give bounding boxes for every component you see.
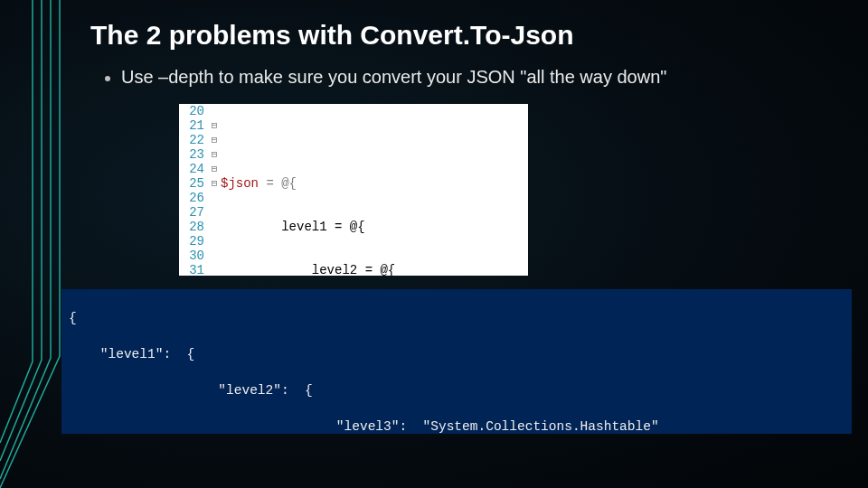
code-editor-screenshot: 20 21 22 23 24 25 26 27 28 29 30 31 32 ⊟… [179,104,528,276]
bullet-item: Use –depth to make sure you convert your… [105,67,850,88]
bullet-dot-icon [105,76,110,81]
slide-title: The 2 problems with Convert.To-Json [90,20,850,51]
powershell-console-output: { "level1": { "level2": { "level3": "Sys… [61,289,852,434]
console-line: "level2": { [69,381,844,399]
line-number-gutter: 20 21 22 23 24 25 26 27 28 29 30 31 32 [179,104,208,276]
console-line: "level1": { [69,345,844,363]
code-body: $json = @{ level1 = @{ level2 = @{ level… [221,104,528,276]
console-line: "level3": "System.Collections.Hashtable" [69,418,844,434]
fold-gutter: ⊟ ⊟ ⊟ ⊟ ⊟ [208,104,221,276]
bullet-text: Use –depth to make sure you convert your… [121,67,666,88]
console-line: { [69,309,844,327]
